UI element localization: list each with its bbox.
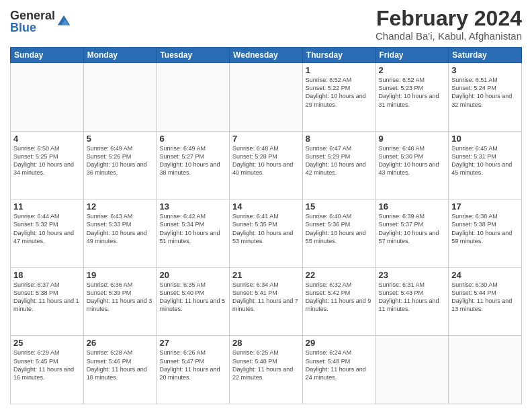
day-number: 22 bbox=[306, 270, 373, 280]
calendar-week-4: 18Sunrise: 6:37 AM Sunset: 5:38 PM Dayli… bbox=[11, 267, 522, 336]
calendar-week-1: 1Sunrise: 6:52 AM Sunset: 5:22 PM Daylig… bbox=[11, 63, 522, 132]
day-info: Sunrise: 6:48 AM Sunset: 5:28 PM Dayligh… bbox=[232, 144, 300, 177]
header: General Blue February 2024 Chandal Ba'i,… bbox=[10, 7, 522, 42]
day-info: Sunrise: 6:51 AM Sunset: 5:24 PM Dayligh… bbox=[451, 76, 519, 109]
day-info: Sunrise: 6:52 AM Sunset: 5:23 PM Dayligh… bbox=[379, 76, 446, 109]
day-number: 25 bbox=[13, 338, 81, 348]
day-number: 20 bbox=[159, 270, 226, 280]
calendar-cell bbox=[83, 63, 157, 132]
day-info: Sunrise: 6:41 AM Sunset: 5:35 PM Dayligh… bbox=[232, 212, 300, 245]
calendar-cell: 4Sunrise: 6:50 AM Sunset: 5:25 PM Daylig… bbox=[11, 131, 84, 199]
calendar-cell: 11Sunrise: 6:44 AM Sunset: 5:32 PM Dayli… bbox=[11, 199, 84, 268]
day-number: 5 bbox=[87, 134, 154, 144]
calendar-cell: 12Sunrise: 6:43 AM Sunset: 5:33 PM Dayli… bbox=[83, 199, 157, 268]
day-info: Sunrise: 6:49 AM Sunset: 5:27 PM Dayligh… bbox=[159, 144, 226, 177]
day-info: Sunrise: 6:36 AM Sunset: 5:39 PM Dayligh… bbox=[87, 281, 154, 314]
day-info: Sunrise: 6:31 AM Sunset: 5:43 PM Dayligh… bbox=[379, 281, 446, 314]
day-info: Sunrise: 6:42 AM Sunset: 5:34 PM Dayligh… bbox=[159, 212, 226, 245]
calendar-cell: 10Sunrise: 6:45 AM Sunset: 5:31 PM Dayli… bbox=[449, 131, 522, 199]
calendar-cell: 25Sunrise: 6:29 AM Sunset: 5:45 PM Dayli… bbox=[11, 336, 84, 404]
day-info: Sunrise: 6:25 AM Sunset: 5:48 PM Dayligh… bbox=[232, 349, 300, 381]
logo-icon bbox=[56, 14, 71, 29]
day-number: 19 bbox=[87, 270, 154, 280]
calendar-cell: 24Sunrise: 6:30 AM Sunset: 5:44 PM Dayli… bbox=[449, 267, 522, 336]
calendar-cell: 18Sunrise: 6:37 AM Sunset: 5:38 PM Dayli… bbox=[11, 267, 84, 336]
day-number: 23 bbox=[379, 270, 446, 280]
weekday-header-sunday: Sunday bbox=[11, 48, 84, 63]
day-number: 9 bbox=[379, 134, 446, 144]
calendar-cell: 16Sunrise: 6:39 AM Sunset: 5:37 PM Dayli… bbox=[375, 199, 449, 268]
day-number: 15 bbox=[306, 201, 373, 212]
calendar-cell: 28Sunrise: 6:25 AM Sunset: 5:48 PM Dayli… bbox=[230, 336, 303, 404]
calendar: SundayMondayTuesdayWednesdayThursdayFrid… bbox=[10, 47, 522, 404]
day-number: 11 bbox=[13, 201, 81, 212]
location: Chandal Ba'i, Kabul, Afghanistan bbox=[375, 30, 522, 42]
calendar-header: SundayMondayTuesdayWednesdayThursdayFrid… bbox=[11, 48, 522, 63]
calendar-cell: 29Sunrise: 6:24 AM Sunset: 5:48 PM Dayli… bbox=[302, 336, 375, 404]
day-number: 24 bbox=[451, 270, 519, 280]
calendar-cell: 23Sunrise: 6:31 AM Sunset: 5:43 PM Dayli… bbox=[375, 267, 449, 336]
calendar-cell: 7Sunrise: 6:48 AM Sunset: 5:28 PM Daylig… bbox=[230, 131, 303, 199]
day-info: Sunrise: 6:38 AM Sunset: 5:38 PM Dayligh… bbox=[451, 212, 519, 245]
calendar-cell: 27Sunrise: 6:26 AM Sunset: 5:47 PM Dayli… bbox=[157, 336, 230, 404]
calendar-cell bbox=[230, 63, 303, 132]
day-info: Sunrise: 6:52 AM Sunset: 5:22 PM Dayligh… bbox=[306, 76, 373, 109]
day-number: 18 bbox=[13, 270, 81, 280]
calendar-body: 1Sunrise: 6:52 AM Sunset: 5:22 PM Daylig… bbox=[11, 63, 522, 404]
day-info: Sunrise: 6:32 AM Sunset: 5:42 PM Dayligh… bbox=[306, 281, 373, 314]
day-number: 3 bbox=[451, 65, 519, 75]
day-info: Sunrise: 6:47 AM Sunset: 5:29 PM Dayligh… bbox=[306, 144, 373, 177]
calendar-cell: 22Sunrise: 6:32 AM Sunset: 5:42 PM Dayli… bbox=[302, 267, 375, 336]
weekday-header-saturday: Saturday bbox=[449, 48, 522, 63]
day-number: 6 bbox=[159, 134, 226, 144]
day-info: Sunrise: 6:45 AM Sunset: 5:31 PM Dayligh… bbox=[451, 144, 519, 177]
day-info: Sunrise: 6:43 AM Sunset: 5:33 PM Dayligh… bbox=[87, 212, 154, 245]
day-number: 13 bbox=[159, 201, 226, 212]
day-number: 10 bbox=[451, 134, 519, 144]
calendar-cell: 17Sunrise: 6:38 AM Sunset: 5:38 PM Dayli… bbox=[449, 199, 522, 268]
calendar-cell: 21Sunrise: 6:34 AM Sunset: 5:41 PM Dayli… bbox=[230, 267, 303, 336]
day-info: Sunrise: 6:35 AM Sunset: 5:40 PM Dayligh… bbox=[159, 281, 226, 314]
logo-text: General Blue bbox=[10, 9, 55, 34]
day-info: Sunrise: 6:49 AM Sunset: 5:26 PM Dayligh… bbox=[87, 144, 154, 177]
day-info: Sunrise: 6:24 AM Sunset: 5:48 PM Dayligh… bbox=[306, 349, 373, 381]
day-number: 12 bbox=[87, 201, 154, 212]
day-info: Sunrise: 6:28 AM Sunset: 5:46 PM Dayligh… bbox=[87, 349, 154, 381]
calendar-cell: 14Sunrise: 6:41 AM Sunset: 5:35 PM Dayli… bbox=[230, 199, 303, 268]
calendar-cell: 26Sunrise: 6:28 AM Sunset: 5:46 PM Dayli… bbox=[83, 336, 157, 404]
calendar-cell bbox=[11, 63, 84, 132]
day-info: Sunrise: 6:44 AM Sunset: 5:32 PM Dayligh… bbox=[13, 212, 81, 245]
day-info: Sunrise: 6:40 AM Sunset: 5:36 PM Dayligh… bbox=[306, 212, 373, 245]
calendar-cell: 2Sunrise: 6:52 AM Sunset: 5:23 PM Daylig… bbox=[375, 63, 449, 132]
calendar-week-5: 25Sunrise: 6:29 AM Sunset: 5:45 PM Dayli… bbox=[11, 336, 522, 404]
calendar-cell: 13Sunrise: 6:42 AM Sunset: 5:34 PM Dayli… bbox=[157, 199, 230, 268]
day-info: Sunrise: 6:26 AM Sunset: 5:47 PM Dayligh… bbox=[159, 349, 226, 381]
title-area: February 2024 Chandal Ba'i, Kabul, Afgha… bbox=[375, 7, 522, 42]
day-number: 1 bbox=[306, 65, 373, 75]
logo-blue: Blue bbox=[10, 21, 55, 34]
day-number: 2 bbox=[379, 65, 446, 75]
calendar-cell: 8Sunrise: 6:47 AM Sunset: 5:29 PM Daylig… bbox=[302, 131, 375, 199]
day-number: 4 bbox=[13, 134, 81, 144]
day-number: 26 bbox=[87, 338, 154, 348]
calendar-cell: 1Sunrise: 6:52 AM Sunset: 5:22 PM Daylig… bbox=[302, 63, 375, 132]
weekday-header-monday: Monday bbox=[83, 48, 157, 63]
calendar-week-2: 4Sunrise: 6:50 AM Sunset: 5:25 PM Daylig… bbox=[11, 131, 522, 199]
calendar-cell bbox=[449, 336, 522, 404]
logo: General Blue bbox=[10, 9, 71, 34]
day-info: Sunrise: 6:46 AM Sunset: 5:30 PM Dayligh… bbox=[379, 144, 446, 177]
weekday-header-tuesday: Tuesday bbox=[157, 48, 230, 63]
calendar-cell: 15Sunrise: 6:40 AM Sunset: 5:36 PM Dayli… bbox=[302, 199, 375, 268]
weekday-header-wednesday: Wednesday bbox=[230, 48, 303, 63]
day-info: Sunrise: 6:30 AM Sunset: 5:44 PM Dayligh… bbox=[451, 281, 519, 314]
day-number: 8 bbox=[306, 134, 373, 144]
calendar-cell bbox=[375, 336, 449, 404]
weekday-header-row: SundayMondayTuesdayWednesdayThursdayFrid… bbox=[11, 48, 522, 63]
logo-general: General bbox=[10, 9, 55, 21]
day-info: Sunrise: 6:39 AM Sunset: 5:37 PM Dayligh… bbox=[379, 212, 446, 245]
day-number: 16 bbox=[379, 201, 446, 212]
calendar-cell: 9Sunrise: 6:46 AM Sunset: 5:30 PM Daylig… bbox=[375, 131, 449, 199]
day-number: 28 bbox=[232, 338, 300, 348]
calendar-cell: 19Sunrise: 6:36 AM Sunset: 5:39 PM Dayli… bbox=[83, 267, 157, 336]
month-year: February 2024 bbox=[375, 7, 522, 30]
